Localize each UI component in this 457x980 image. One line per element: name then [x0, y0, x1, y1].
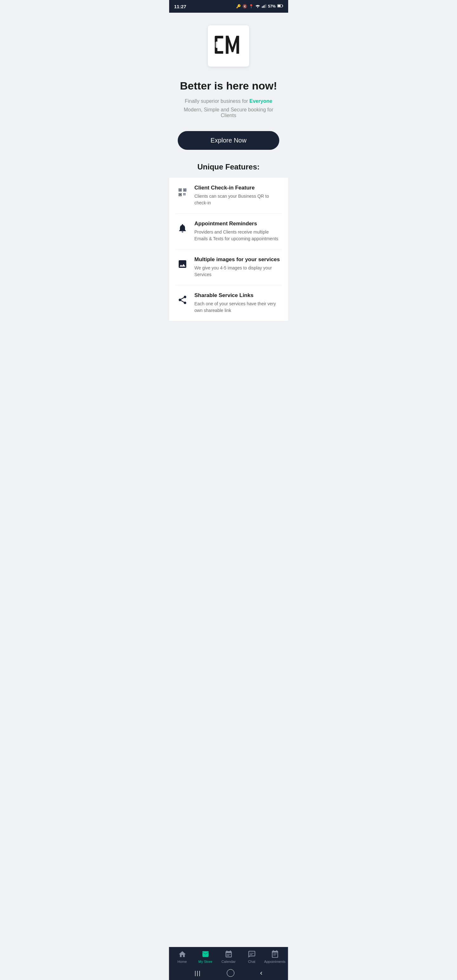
feature-title-images: Multiple images for your services — [194, 256, 282, 263]
status-icons: 🔑 🔇 📍 57% — [236, 4, 283, 9]
mute-icon: 🔇 — [242, 4, 247, 9]
bell-icon — [175, 221, 189, 235]
svg-rect-7 — [282, 5, 283, 6]
feature-item-links: Sharable Service Links Each one of your … — [175, 285, 282, 321]
key-icon: 🔑 — [236, 4, 241, 9]
svg-point-0 — [257, 7, 258, 8]
status-bar: 11:27 🔑 🔇 📍 57% — [169, 0, 288, 13]
svg-rect-5 — [266, 4, 266, 8]
feature-desc-links: Each one of your services have their ver… — [194, 301, 282, 314]
hero-description: Modern, Simple and Secure booking for Cl… — [179, 107, 279, 118]
image-icon — [175, 257, 189, 271]
hero-title: Better is here now! — [179, 80, 279, 92]
feature-content-images: Multiple images for your services We giv… — [194, 256, 282, 278]
svg-rect-11 — [216, 41, 217, 48]
signal-icon — [262, 4, 266, 9]
hero-section: Better is here now! Finally superior bus… — [169, 73, 288, 121]
feature-content-links: Sharable Service Links Each one of your … — [194, 292, 282, 314]
feature-desc-images: We give you 4-5 images to display your S… — [194, 265, 282, 278]
svg-rect-8 — [278, 5, 280, 7]
feature-item-reminders: Appointment Reminders Providers and Clie… — [175, 213, 282, 250]
feature-title-reminders: Appointment Reminders — [194, 221, 282, 227]
feature-content-checkin: Client Check-in Feature Clients can scan… — [194, 185, 282, 206]
svg-rect-2 — [263, 6, 264, 8]
feature-content-reminders: Appointment Reminders Providers and Clie… — [194, 221, 282, 242]
logo-section — [169, 13, 288, 73]
feature-item-images: Multiple images for your services We giv… — [175, 250, 282, 285]
main-content: Better is here now! Finally superior bus… — [169, 13, 288, 346]
svg-rect-4 — [265, 5, 266, 8]
qr-icon — [175, 185, 189, 199]
cta-section: Explore Now — [169, 121, 288, 159]
features-title: Unique Features: — [169, 162, 288, 171]
status-time: 11:27 — [174, 4, 186, 9]
explore-now-button[interactable]: Explore Now — [178, 131, 279, 150]
feature-desc-reminders: Providers and Clients receive multiple E… — [194, 229, 282, 242]
wifi-icon — [255, 4, 260, 9]
hero-subtitle-prefix: Finally superior business for — [185, 99, 250, 104]
features-card: Client Check-in Feature Clients can scan… — [169, 178, 288, 321]
hero-subtitle: Finally superior business for Everyone — [179, 97, 279, 105]
hero-subtitle-highlight: Everyone — [250, 99, 272, 104]
feature-title-checkin: Client Check-in Feature — [194, 185, 282, 191]
logo-text — [213, 32, 244, 60]
battery-percentage: 57% — [268, 4, 275, 9]
share-icon — [175, 293, 189, 307]
battery-icon — [277, 4, 283, 9]
feature-item-checkin: Client Check-in Feature Clients can scan… — [175, 178, 282, 213]
svg-rect-1 — [262, 6, 263, 8]
feature-desc-checkin: Clients can scan your Business QR to che… — [194, 193, 282, 206]
svg-rect-3 — [264, 5, 265, 8]
location-icon: 📍 — [249, 4, 253, 9]
features-section: Unique Features: Client Check-in Feature… — [169, 159, 288, 321]
logo-box — [208, 25, 249, 67]
feature-title-links: Sharable Service Links — [194, 292, 282, 299]
